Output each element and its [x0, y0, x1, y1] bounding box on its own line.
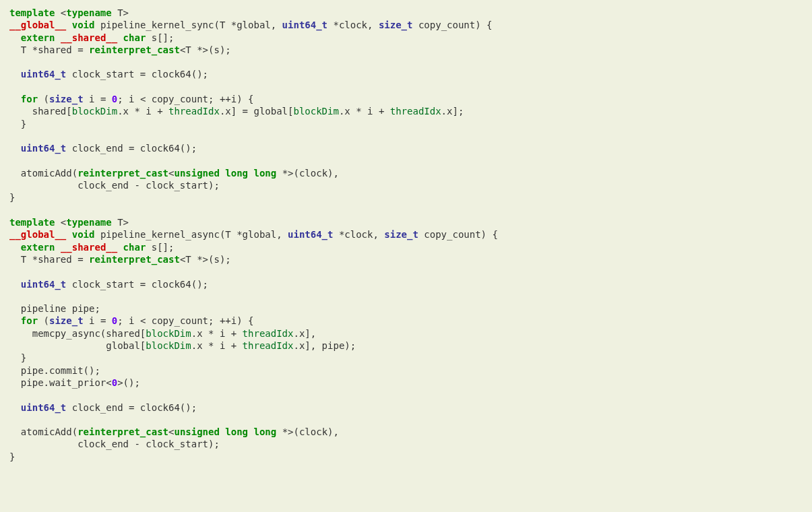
code-text [9, 242, 21, 253]
kw-shared: __shared__ [61, 32, 117, 43]
code-text: *>(clock), [276, 426, 339, 437]
code-text: *clock, [333, 229, 384, 240]
kw-long: long [253, 426, 276, 437]
code-text [9, 279, 21, 290]
kw-extern: extern [21, 32, 55, 43]
type-size-t: size_t [49, 94, 84, 104]
kw-void: void [72, 229, 95, 240]
kw-reinterpret-cast: reinterpret_cast [77, 168, 168, 179]
code-text: T> [112, 217, 129, 228]
code-text [117, 32, 123, 43]
code-text: .x]; [441, 106, 464, 117]
code-text [9, 402, 21, 413]
code-text: .x * i + [191, 328, 243, 339]
code-text [9, 143, 21, 154]
code-text: global[ [9, 340, 146, 351]
code-text: ( [38, 315, 49, 326]
code-text: pipe.commit(); [9, 365, 100, 376]
code-text: i = [84, 315, 112, 326]
kw-for: for [21, 315, 38, 326]
code-text: pipeline_kernel_async(T *global, [94, 229, 288, 240]
builtin-threadidx: threadIdx [243, 328, 294, 339]
kw-void: void [72, 20, 95, 30]
code-text: ; i < copy_count; ++i) { [117, 315, 253, 326]
code-text [117, 242, 123, 253]
code-text: copy_count) { [412, 20, 492, 30]
type-uint64: uint64_t [21, 402, 66, 413]
code-text: T *shared = [9, 254, 89, 265]
kw-reinterpret-cast: reinterpret_cast [89, 254, 180, 265]
code-text: .x * i + [191, 340, 243, 351]
code-text: <T *>(s); [180, 44, 231, 55]
code-text: .x * i + [117, 106, 168, 117]
code-text: .x] = global[ [220, 106, 294, 117]
kw-template: template [9, 217, 55, 228]
kw-typename: typename [66, 7, 111, 18]
code-block: template <typename T> __global__ void pi… [0, 0, 812, 470]
builtin-blockdim: blockDim [72, 106, 117, 117]
num-zero: 0 [112, 315, 117, 326]
kw-long: long [225, 168, 248, 179]
kw-extern: extern [21, 242, 55, 253]
code-text: T *shared = [9, 44, 89, 55]
code-text [9, 32, 21, 43]
num-zero: 0 [112, 94, 117, 104]
builtin-blockdim: blockDim [293, 106, 338, 117]
code-text: clock_end = clock64(); [66, 402, 197, 413]
code-text: .x], pipe); [293, 340, 356, 351]
type-uint64: uint64_t [282, 20, 327, 30]
kw-unsigned: unsigned [174, 426, 219, 437]
code-text [9, 69, 21, 79]
kw-global: __global__ [9, 229, 66, 240]
code-text: clock_start = clock64(); [66, 69, 208, 79]
code-text: < [55, 7, 66, 18]
code-text: .x * i + [339, 106, 390, 117]
kw-typename: typename [66, 217, 111, 228]
code-text: atomicAdd( [9, 426, 77, 437]
code-text: .x], [293, 328, 316, 339]
code-text: clock_end - clock_start); [9, 180, 220, 191]
code-text: atomicAdd( [9, 168, 77, 179]
code-text: pipeline pipe; [9, 303, 100, 314]
code-text: clock_start = clock64(); [66, 279, 208, 290]
builtin-threadidx: threadIdx [390, 106, 441, 117]
code-text: } [9, 192, 15, 203]
kw-for: for [21, 94, 38, 104]
code-text: ( [38, 94, 49, 104]
type-uint64: uint64_t [21, 279, 66, 290]
code-text: clock_end - clock_start); [9, 439, 220, 449]
code-text: >(); [117, 377, 140, 388]
code-text: s[]; [146, 32, 174, 43]
code-text [9, 94, 21, 104]
type-size-t: size_t [384, 229, 418, 240]
code-text [55, 242, 60, 253]
code-text: copy_count) { [418, 229, 498, 240]
kw-long: long [225, 426, 248, 437]
kw-unsigned: unsigned [174, 168, 219, 179]
kw-long: long [253, 168, 276, 179]
code-text: pipe.wait_prior< [9, 377, 112, 388]
code-text: } [9, 451, 15, 462]
code-text [55, 32, 60, 43]
kw-global: __global__ [9, 20, 66, 30]
code-text: <T *>(s); [180, 254, 231, 265]
code-text: *>(clock), [276, 168, 339, 179]
type-uint64: uint64_t [21, 69, 66, 79]
code-text: } [9, 119, 26, 129]
kw-reinterpret-cast: reinterpret_cast [77, 426, 168, 437]
code-text: T> [112, 7, 129, 18]
type-size-t: size_t [379, 20, 413, 30]
type-uint64: uint64_t [288, 229, 333, 240]
code-text: } [9, 352, 26, 363]
kw-template: template [9, 7, 55, 18]
builtin-blockdim: blockDim [146, 340, 191, 351]
builtin-threadidx: threadIdx [168, 106, 220, 117]
code-text: < [55, 217, 66, 228]
code-text [66, 229, 71, 240]
kw-char: char [123, 32, 146, 43]
num-zero: 0 [112, 377, 117, 388]
kw-char: char [123, 242, 146, 253]
code-text: *clock, [327, 20, 379, 30]
code-text: clock_end = clock64(); [66, 143, 197, 154]
code-text: s[]; [146, 242, 174, 253]
